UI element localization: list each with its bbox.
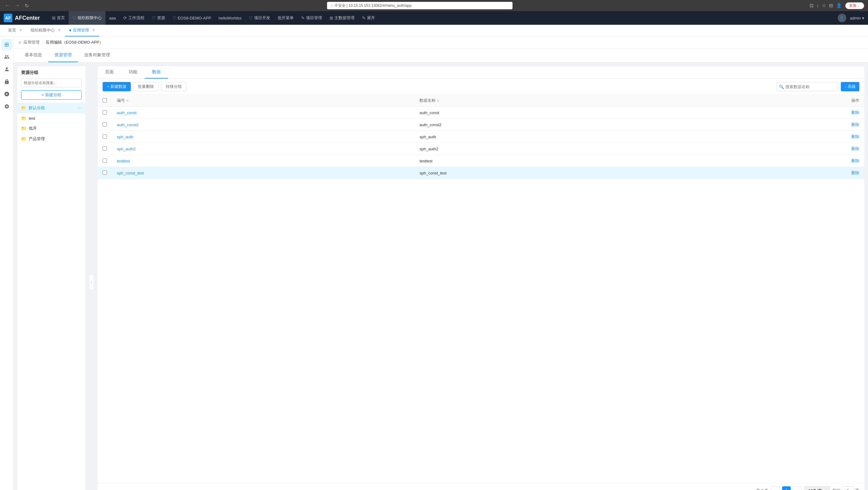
nav-expand[interactable]: ✎ 展开 xyxy=(358,11,379,25)
forward-button[interactable]: → xyxy=(13,2,21,9)
share-icon[interactable]: ↑ xyxy=(817,3,819,8)
sidebar-item-user[interactable] xyxy=(1,64,12,75)
table-row: testtest testtest 删除 xyxy=(98,155,864,167)
row-checkbox-2[interactable] xyxy=(103,122,107,126)
nav-lowcode[interactable]: 低开菜单 xyxy=(274,11,298,25)
nav-home-label: 首页 xyxy=(57,15,65,21)
eos8-nav-icon: ♡ xyxy=(173,16,177,21)
td-action-6: 删除 xyxy=(717,167,865,179)
breadcrumb-current: 应用编辑（EOS8-DEMO-APP） xyxy=(46,39,103,45)
tab-org-auth[interactable]: 组织权限中心 ✕ xyxy=(26,25,65,36)
next-page-button[interactable]: › xyxy=(793,486,802,490)
nav-resource-label: 资源 xyxy=(157,15,165,21)
resource-sub-tab-data[interactable]: 数据 xyxy=(145,66,168,79)
nav-org-auth[interactable]: ♡ 组织权限中心 xyxy=(69,11,105,25)
goto-page-input[interactable] xyxy=(842,486,854,490)
move-group-button[interactable]: 转移分组 xyxy=(161,82,186,91)
table-body: auth_const auth_const 删除 auth_const2 aut… xyxy=(98,107,864,179)
td-name-6: sph_const_test xyxy=(414,167,717,179)
master-data-icon: ⊞ xyxy=(330,16,333,21)
new-data-button[interactable]: + 新建数据 xyxy=(103,82,131,91)
sidebar-item-grid[interactable]: ⊞ xyxy=(1,39,12,50)
folder-icon: 📁 xyxy=(21,106,26,110)
delete-button-4[interactable]: 删除 xyxy=(851,146,859,151)
back-button[interactable]: ← xyxy=(4,2,11,9)
row-checkbox-5[interactable] xyxy=(103,158,107,163)
sub-tab-basic-info[interactable]: 基本信息 xyxy=(19,49,48,62)
breadcrumb-parent[interactable]: 应用管理 xyxy=(24,39,39,45)
profile-icon[interactable]: 👤 xyxy=(836,3,842,8)
nav-home[interactable]: ⊞ 首页 xyxy=(48,11,69,25)
td-name-3: sph_auth xyxy=(414,131,717,143)
td-checkbox-6 xyxy=(98,167,112,179)
tab-org-auth-close[interactable]: ✕ xyxy=(58,28,61,32)
sidebar-item-settings[interactable] xyxy=(1,101,12,112)
new-group-button[interactable]: + 新建分组 xyxy=(21,90,82,99)
tab-bar: 首页 ✕ 组织权限中心 ✕ 应用管理 ✕ xyxy=(0,25,868,36)
prev-page-button[interactable]: ‹ xyxy=(771,486,780,490)
tab-app-mgmt-close[interactable]: ✕ xyxy=(92,28,95,32)
nav-aaa[interactable]: aaa xyxy=(105,11,120,25)
sidebar-item-user-group[interactable] xyxy=(1,51,12,62)
extension-icon[interactable]: ⊟ xyxy=(829,3,833,8)
user-name[interactable]: admin ▾ xyxy=(850,16,864,21)
nav-master-data[interactable]: ⊞ 主数据管理 xyxy=(326,11,358,25)
resource-sub-tab-function[interactable]: 功能 xyxy=(121,66,145,79)
nav-project-mgmt[interactable]: ✎ 项目管理 xyxy=(298,11,326,25)
nav-hello[interactable]: helloWorldss xyxy=(215,11,245,25)
nav-eos8[interactable]: ♡ EOS8-DEMO-APP xyxy=(169,11,215,25)
delete-button-1[interactable]: 删除 xyxy=(851,110,859,115)
data-code-link-1[interactable]: auth_const xyxy=(117,110,136,115)
sub-tab-business-obj[interactable]: 业务对象管理 xyxy=(78,49,116,62)
data-code-link-2[interactable]: auth_const2 xyxy=(117,122,139,127)
resource-sub-tab-page[interactable]: 页面 xyxy=(98,66,121,79)
delete-button-3[interactable]: 删除 xyxy=(851,134,859,139)
tab-home-close[interactable]: ✕ xyxy=(19,28,22,32)
page-1-button[interactable]: 1 xyxy=(782,486,791,490)
table-row: auth_const2 auth_const2 删除 xyxy=(98,119,864,131)
resource-group-panel: 资源分组 + 新建分组 📁 默认分组 ··· 📁 test 📁 xyxy=(17,66,85,490)
delete-button-6[interactable]: 删除 xyxy=(851,170,859,175)
group-item-test-label: test xyxy=(29,116,35,121)
group-more-button[interactable]: ··· xyxy=(78,105,82,111)
sidebar-item-lock[interactable] xyxy=(1,76,12,87)
tab-app-mgmt[interactable]: 应用管理 ✕ xyxy=(65,25,99,36)
delete-button-5[interactable]: 删除 xyxy=(851,158,859,163)
address-bar[interactable]: ⚠ 不安全 | 10.15.15.151:13082/#/menu_auth/a… xyxy=(327,2,513,9)
group-item-test[interactable]: 📁 test xyxy=(17,113,85,123)
tab-home[interactable]: 首页 ✕ xyxy=(4,25,26,36)
data-code-link-5[interactable]: testtest xyxy=(117,159,130,163)
panel-collapse-button[interactable]: ‹ xyxy=(89,275,94,290)
update-button[interactable]: 更新： xyxy=(845,2,864,9)
reload-button[interactable]: ↻ xyxy=(24,2,30,10)
nav-resource[interactable]: ♡ 资源 xyxy=(148,11,169,25)
nav-aaa-label: aaa xyxy=(109,16,116,21)
page-size-select[interactable]: 10条/页20条/页50条/页 xyxy=(804,486,830,490)
sub-tab-resource-mgmt[interactable]: 资源管理 xyxy=(48,49,78,62)
cast-icon[interactable]: ⊡ xyxy=(810,3,814,8)
data-code-link-6[interactable]: sph_const_test xyxy=(117,171,144,175)
group-search-input[interactable] xyxy=(21,79,82,87)
user-avatar: 👤 xyxy=(838,13,846,22)
data-code-link-4[interactable]: sph_auth2 xyxy=(117,147,136,151)
tab-active-dot xyxy=(69,29,71,31)
batch-delete-button[interactable]: 批量删除 xyxy=(133,82,159,91)
bookmark-icon[interactable]: ☆ xyxy=(822,3,826,8)
select-all-checkbox[interactable] xyxy=(103,98,107,103)
group-item-lowcode[interactable]: 📁 低开 xyxy=(17,123,85,134)
sidebar-item-add[interactable] xyxy=(1,88,12,99)
group-item-default[interactable]: 📁 默认分组 ··· xyxy=(17,103,85,113)
group-item-product[interactable]: 📁 产品管理 xyxy=(17,134,85,144)
data-search-input[interactable] xyxy=(776,82,838,91)
data-code-link-3[interactable]: sph_auth xyxy=(117,135,133,139)
nav-workflow[interactable]: ⟳ 工作流程 xyxy=(120,11,148,25)
td-name-1: auth_const xyxy=(414,107,717,119)
nav-project-dev[interactable]: ♡ 项目开发 xyxy=(245,11,274,25)
advanced-button[interactable]: ↓ 高级 xyxy=(841,82,859,91)
td-name-2: auth_const2 xyxy=(414,119,717,131)
delete-button-2[interactable]: 删除 xyxy=(851,122,859,127)
row-checkbox-3[interactable] xyxy=(103,134,107,139)
row-checkbox-4[interactable] xyxy=(103,146,107,151)
row-checkbox-6[interactable] xyxy=(103,170,107,175)
row-checkbox-1[interactable] xyxy=(103,110,107,114)
